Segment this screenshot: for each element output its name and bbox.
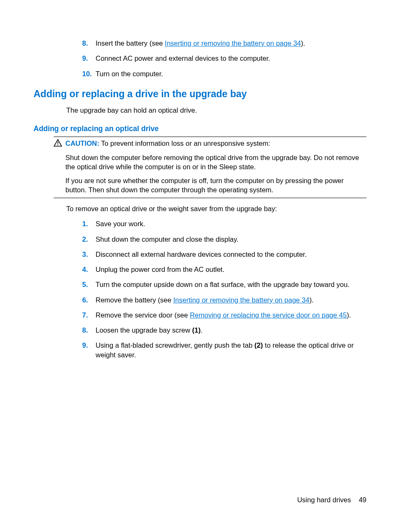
list-item: 7. Remove the service door (see Removing…: [82, 310, 366, 320]
removal-step-list: 1. Save your work. 2. Shut down the comp…: [34, 219, 366, 359]
step-text: Turn the computer upside down on a flat …: [96, 280, 366, 289]
step-number: 5.: [82, 280, 96, 289]
step-text: Connect AC power and external devices to…: [96, 54, 366, 63]
text: .: [200, 326, 203, 334]
caution-label: CAUTION:: [65, 139, 99, 147]
step-number: 2.: [82, 235, 96, 244]
step-text: Save your work.: [96, 219, 366, 228]
step-text: Turn on the computer.: [96, 69, 366, 78]
caution-head-text: CAUTION: To prevent information loss or …: [65, 139, 270, 148]
list-item: 6. Remove the battery (see Inserting or …: [82, 295, 366, 305]
list-item: 9. Connect AC power and external devices…: [82, 54, 366, 63]
step-text: Loosen the upgrade bay screw (1).: [96, 325, 366, 335]
caution-icon: [54, 139, 65, 149]
step-number: 9.: [82, 54, 96, 63]
page: 8. Insert the battery (see Inserting or …: [0, 0, 400, 532]
battery-link[interactable]: Inserting or removing the battery on pag…: [165, 39, 301, 47]
step-text: Insert the battery (see Inserting or rem…: [96, 39, 366, 48]
subsection-heading: Adding or replacing an optical drive: [34, 124, 366, 134]
step-text: Remove the battery (see Inserting or rem…: [96, 295, 366, 305]
step-number: 10.: [82, 69, 96, 78]
text: Remove the service door (see: [96, 311, 190, 319]
step-number: 8.: [82, 325, 96, 335]
list-item: 1. Save your work.: [82, 219, 366, 228]
step-text: Shut down the computer and close the dis…: [96, 235, 366, 244]
text: ).: [309, 296, 314, 304]
step-text: Disconnect all external hardware devices…: [96, 250, 366, 259]
callout-bold: (1): [192, 326, 200, 334]
step-number: 4.: [82, 265, 96, 274]
step-number: 1.: [82, 219, 96, 228]
list-item: 8. Insert the battery (see Inserting or …: [82, 39, 366, 48]
battery-link[interactable]: Inserting or removing the battery on pag…: [173, 296, 309, 304]
list-item: 2. Shut down the computer and close the …: [82, 235, 366, 244]
list-item: 9. Using a flat-bladed screwdriver, gent…: [82, 341, 366, 359]
list-item: 5. Turn the computer upside down on a fl…: [82, 280, 366, 289]
step-number: 6.: [82, 295, 96, 305]
text: Remove the battery (see: [96, 296, 173, 304]
text: Loosen the upgrade bay screw: [96, 326, 192, 334]
page-number: 49: [359, 496, 366, 504]
list-item: 4. Unplug the power cord from the AC out…: [82, 265, 366, 274]
caution-paragraph: Shut down the computer before removing t…: [65, 153, 366, 172]
step-text: Unplug the power cord from the AC outlet…: [96, 265, 366, 274]
step-text: Using a flat-bladed screwdriver, gently …: [96, 341, 366, 359]
step-text: Remove the service door (see Removing or…: [96, 310, 366, 320]
list-item: 3. Disconnect all external hardware devi…: [82, 250, 366, 259]
instruction-lead: To remove an optical drive or the weight…: [66, 204, 366, 213]
service-door-link[interactable]: Removing or replacing the service door o…: [190, 311, 347, 319]
step-number: 7.: [82, 310, 96, 320]
caution-header: CAUTION: To prevent information loss or …: [54, 139, 366, 149]
caution-paragraph: If you are not sure whether the computer…: [65, 176, 366, 195]
callout-bold: (2): [255, 341, 263, 349]
text: ).: [347, 311, 351, 319]
page-footer: Using hard drives 49: [297, 495, 366, 504]
step-number: 9.: [82, 341, 96, 350]
caution-box: CAUTION: To prevent information loss or …: [54, 137, 366, 198]
step-number: 8.: [82, 39, 96, 48]
caution-head-rest: To prevent information loss or an unresp…: [99, 139, 270, 147]
continued-step-list: 8. Insert the battery (see Inserting or …: [34, 39, 366, 78]
section-heading: Adding or replacing a drive in the upgra…: [34, 88, 366, 101]
list-item: 8. Loosen the upgrade bay screw (1).: [82, 325, 366, 335]
list-item: 10. Turn on the computer.: [82, 69, 366, 78]
svg-point-2: [57, 145, 58, 145]
section-intro: The upgrade bay can hold an optical driv…: [66, 106, 366, 115]
text: Insert the battery (see: [96, 39, 165, 47]
step-number: 3.: [82, 250, 96, 259]
text: ).: [301, 39, 305, 47]
footer-label: Using hard drives: [297, 496, 351, 504]
text: Using a flat-bladed screwdriver, gently …: [96, 341, 255, 349]
